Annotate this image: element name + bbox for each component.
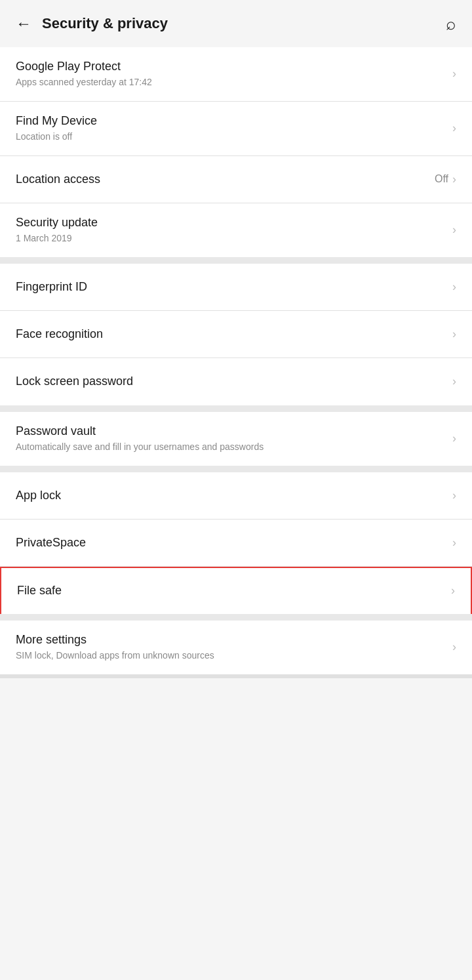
settings-item-lock-screen-password[interactable]: Lock screen password› <box>0 358 472 405</box>
settings-item-content-fingerprint-id: Fingerprint ID <box>16 279 452 295</box>
settings-item-subtitle-password-vault: Automatically save and fill in your user… <box>16 441 442 454</box>
settings-item-face-recognition[interactable]: Face recognition› <box>0 311 472 358</box>
settings-item-title-file-safe: File safe <box>17 583 441 598</box>
settings-item-right-more-settings: › <box>452 640 456 654</box>
chevron-right-icon-more-settings: › <box>452 640 456 654</box>
settings-item-security-update[interactable]: Security update1 March 2019› <box>0 203 472 257</box>
settings-item-location-access[interactable]: Location accessOff› <box>0 156 472 203</box>
settings-item-title-face-recognition: Face recognition <box>16 327 442 342</box>
settings-list: Google Play ProtectApps scanned yesterda… <box>0 47 472 674</box>
chevron-right-icon-fingerprint-id: › <box>452 280 456 294</box>
section-divider <box>0 257 472 264</box>
settings-item-content-private-space: PrivateSpace <box>16 535 452 550</box>
settings-item-title-app-lock: App lock <box>16 488 442 503</box>
settings-item-more-settings[interactable]: More settingsSIM lock, Download apps fro… <box>0 621 472 674</box>
settings-item-right-security-update: › <box>452 223 456 237</box>
settings-item-right-fingerprint-id: › <box>452 280 456 294</box>
settings-item-title-security-update: Security update <box>16 215 442 230</box>
section-section5: More settingsSIM lock, Download apps fro… <box>0 621 472 674</box>
chevron-right-icon-lock-screen-password: › <box>452 375 456 388</box>
settings-item-right-private-space: › <box>452 536 456 550</box>
chevron-right-icon-location-access: › <box>452 173 456 186</box>
section-divider <box>0 466 472 472</box>
settings-item-app-lock[interactable]: App lock› <box>0 472 472 520</box>
settings-item-right-face-recognition: › <box>452 327 456 341</box>
settings-item-title-private-space: PrivateSpace <box>16 535 442 550</box>
settings-item-right-find-my-device: › <box>452 121 456 135</box>
settings-item-right-app-lock: › <box>452 489 456 502</box>
settings-item-private-space[interactable]: PrivateSpace› <box>0 520 472 567</box>
section-divider <box>0 614 472 621</box>
settings-item-right-google-play-protect: › <box>452 67 456 81</box>
settings-item-title-fingerprint-id: Fingerprint ID <box>16 279 442 295</box>
settings-item-right-password-vault: › <box>452 432 456 445</box>
section-section3: Password vaultAutomatically save and fil… <box>0 412 472 466</box>
settings-item-password-vault[interactable]: Password vaultAutomatically save and fil… <box>0 412 472 466</box>
settings-item-value-location-access: Off <box>435 173 448 185</box>
settings-item-content-app-lock: App lock <box>16 488 452 503</box>
section-section4: App lock›PrivateSpace›File safe› <box>0 472 472 614</box>
settings-item-fingerprint-id[interactable]: Fingerprint ID› <box>0 264 472 311</box>
settings-item-content-lock-screen-password: Lock screen password <box>16 374 452 389</box>
settings-item-content-file-safe: File safe <box>17 583 451 598</box>
settings-item-content-face-recognition: Face recognition <box>16 327 452 342</box>
section-divider <box>0 405 472 412</box>
settings-item-title-password-vault: Password vault <box>16 424 442 439</box>
settings-item-content-security-update: Security update1 March 2019 <box>16 215 452 245</box>
header: ← Security & privacy ⌕ <box>0 0 472 47</box>
settings-item-content-find-my-device: Find My DeviceLocation is off <box>16 113 452 144</box>
chevron-right-icon-face-recognition: › <box>452 327 456 341</box>
settings-item-right-lock-screen-password: › <box>452 375 456 388</box>
settings-item-subtitle-find-my-device: Location is off <box>16 131 442 144</box>
chevron-right-icon-find-my-device: › <box>452 121 456 135</box>
chevron-right-icon-password-vault: › <box>452 432 456 445</box>
settings-item-subtitle-google-play-protect: Apps scanned yesterday at 17:42 <box>16 76 442 89</box>
page-title: Security & privacy <box>42 15 446 32</box>
chevron-right-icon-private-space: › <box>452 536 456 550</box>
settings-item-content-password-vault: Password vaultAutomatically save and fil… <box>16 424 452 454</box>
settings-item-google-play-protect[interactable]: Google Play ProtectApps scanned yesterda… <box>0 47 472 102</box>
settings-item-file-safe[interactable]: File safe› <box>0 567 472 614</box>
settings-item-subtitle-more-settings: SIM lock, Download apps from unknown sou… <box>16 649 442 663</box>
settings-item-right-file-safe: › <box>451 584 455 598</box>
settings-item-title-lock-screen-password: Lock screen password <box>16 374 442 389</box>
settings-item-content-location-access: Location access <box>16 172 435 187</box>
chevron-right-icon-google-play-protect: › <box>452 67 456 81</box>
settings-item-find-my-device[interactable]: Find My DeviceLocation is off› <box>0 102 472 156</box>
settings-item-title-more-settings: More settings <box>16 632 442 647</box>
settings-item-content-more-settings: More settingsSIM lock, Download apps fro… <box>16 632 452 663</box>
settings-item-title-google-play-protect: Google Play Protect <box>16 59 442 74</box>
chevron-right-icon-security-update: › <box>452 223 456 237</box>
chevron-right-icon-app-lock: › <box>452 489 456 502</box>
settings-item-title-find-my-device: Find My Device <box>16 113 442 129</box>
settings-item-title-location-access: Location access <box>16 172 424 187</box>
chevron-right-icon-file-safe: › <box>451 584 455 598</box>
settings-item-content-google-play-protect: Google Play ProtectApps scanned yesterda… <box>16 59 452 89</box>
search-button[interactable]: ⌕ <box>446 14 456 34</box>
section-section1: Google Play ProtectApps scanned yesterda… <box>0 47 472 257</box>
settings-item-subtitle-security-update: 1 March 2019 <box>16 232 442 245</box>
section-section2: Fingerprint ID›Face recognition›Lock scr… <box>0 264 472 405</box>
settings-item-right-location-access: Off› <box>435 173 456 186</box>
back-button[interactable]: ← <box>16 14 31 33</box>
